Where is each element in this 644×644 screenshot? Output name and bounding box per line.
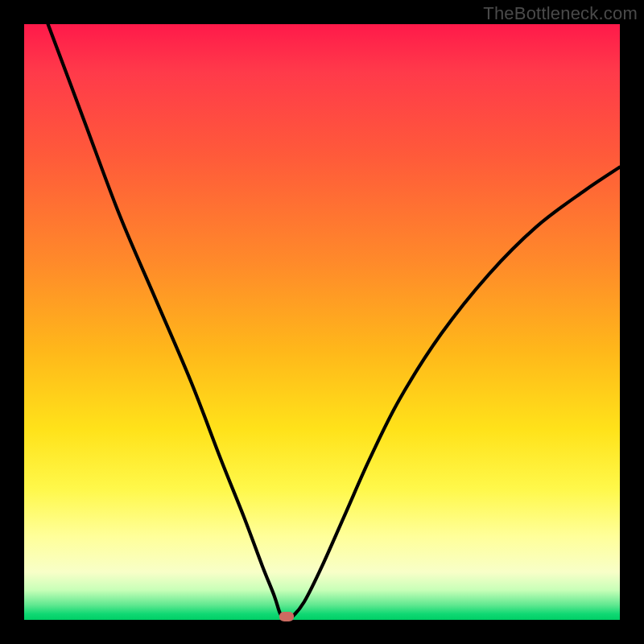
minimum-marker xyxy=(279,612,294,621)
watermark-text: TheBottleneck.com xyxy=(483,3,638,24)
bottleneck-curve xyxy=(24,24,620,620)
plot-area xyxy=(24,24,620,620)
chart-frame: TheBottleneck.com xyxy=(0,0,644,644)
